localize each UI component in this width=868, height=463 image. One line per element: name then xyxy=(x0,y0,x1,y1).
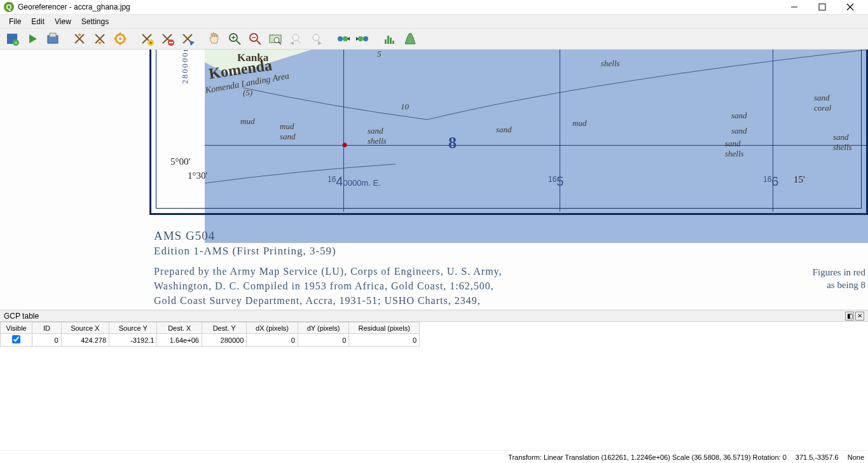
gcp-table-area[interactable]: Visible ID Source X Source Y Dest. X Des… xyxy=(0,322,868,446)
col-srcy[interactable]: Source Y xyxy=(109,322,157,334)
svg-point-36 xyxy=(313,34,319,41)
svg-point-39 xyxy=(338,36,343,41)
status-transform: Transform: Linear Translation (162261, 1… xyxy=(508,453,787,461)
zoom-next-button[interactable] xyxy=(307,29,326,48)
svg-rect-47 xyxy=(390,38,392,44)
col-dx[interactable]: dX (pixels) xyxy=(247,322,298,334)
close-button[interactable] xyxy=(836,0,864,14)
cell-destx[interactable]: 1.64e+06 xyxy=(157,334,202,347)
cell-dx[interactable]: 0 xyxy=(247,334,298,347)
svg-rect-9 xyxy=(50,33,56,37)
axis-166: 166 xyxy=(763,174,778,189)
label-mud-sand: mud sand xyxy=(280,121,296,142)
label-sand-shells3: sand shells xyxy=(833,132,852,153)
svg-line-24 xyxy=(237,41,240,45)
label-sand-shells2: sand shells xyxy=(725,139,744,159)
map-canvas[interactable]: Kanka Komenda Komenda Landing Area (5) m… xyxy=(0,50,868,310)
panel-close-button[interactable]: ✕ xyxy=(855,312,864,321)
svg-marker-11 xyxy=(98,42,102,45)
pan-button[interactable] xyxy=(205,29,224,48)
svg-text:+: + xyxy=(15,40,18,46)
menu-file[interactable]: File xyxy=(4,15,26,28)
visible-checkbox[interactable] xyxy=(12,335,20,343)
zoom-out-button[interactable] xyxy=(245,29,265,48)
table-row[interactable]: 0 424.278 -3192.1 1.64e+06 280000 0 0 0 xyxy=(1,334,420,347)
col-srcx[interactable]: Source X xyxy=(61,322,109,334)
link-qgis-to-georef-button[interactable] xyxy=(354,29,373,48)
svg-text:+: + xyxy=(149,40,153,46)
menu-view[interactable]: View xyxy=(50,15,76,28)
open-raster-button[interactable]: + xyxy=(3,29,22,48)
cell-res[interactable]: 0 xyxy=(349,334,420,347)
svg-point-40 xyxy=(343,36,348,41)
generate-script-button[interactable] xyxy=(43,29,62,48)
panel-float-button[interactable]: ◧ xyxy=(845,312,854,321)
save-gcp-button[interactable] xyxy=(90,29,109,48)
cell-id[interactable]: 0 xyxy=(32,334,61,347)
transformation-settings-button[interactable] xyxy=(111,29,130,48)
status-coord: 371.5,-3357.6 xyxy=(796,453,839,461)
zoom-to-layer-button[interactable] xyxy=(266,29,285,48)
maximize-button[interactable] xyxy=(808,0,836,14)
add-point-button[interactable]: + xyxy=(137,29,156,48)
svg-marker-38 xyxy=(318,41,322,45)
status-none: None xyxy=(848,453,864,461)
svg-point-33 xyxy=(293,34,299,41)
svg-point-43 xyxy=(363,36,368,41)
col-dy[interactable]: dY (pixels) xyxy=(298,322,348,334)
svg-line-2 xyxy=(847,4,853,10)
label-sand-shells: sand shells xyxy=(368,126,387,146)
cell-srcy[interactable]: -3192.1 xyxy=(109,334,157,347)
label-five: (5) xyxy=(243,88,252,98)
label-sand3: sand xyxy=(731,126,747,136)
svg-point-42 xyxy=(358,36,363,41)
svg-marker-44 xyxy=(356,37,359,41)
svg-rect-45 xyxy=(385,39,387,44)
cell-srcx[interactable]: 424.278 xyxy=(61,334,109,347)
axis-lat-5: 5°00' xyxy=(170,156,190,167)
qgis-icon: Q xyxy=(4,2,14,12)
delete-point-button[interactable] xyxy=(158,29,177,48)
cell-visible[interactable] xyxy=(1,334,32,347)
full-histogram-button[interactable] xyxy=(380,29,399,48)
menu-edit[interactable]: Edit xyxy=(26,15,50,28)
label-depth5: 5 xyxy=(377,50,382,59)
col-visible[interactable]: Visible xyxy=(1,322,32,334)
start-georef-button[interactable] xyxy=(23,29,42,48)
zoom-last-button[interactable] xyxy=(286,29,305,48)
svg-rect-1 xyxy=(819,4,825,10)
col-desty[interactable]: Dest. Y xyxy=(202,322,246,334)
svg-point-31 xyxy=(274,38,279,43)
svg-marker-7 xyxy=(29,34,37,43)
svg-line-34 xyxy=(298,40,300,43)
label-shells: shells xyxy=(601,59,620,69)
svg-rect-46 xyxy=(387,36,389,44)
menu-settings[interactable]: Settings xyxy=(76,15,114,28)
move-point-button[interactable] xyxy=(178,29,197,48)
edition-line: Edition 1-AMS (First Printing, 3-59) xyxy=(154,245,336,258)
load-gcp-button[interactable] xyxy=(70,29,89,48)
sheet-id: AMS G504 xyxy=(154,229,215,243)
zoom-in-button[interactable] xyxy=(225,29,244,48)
label-mud: mud xyxy=(240,116,254,127)
menubar: File Edit View Settings xyxy=(0,14,868,28)
svg-point-13 xyxy=(119,38,121,40)
credit-line-3: Gold Coast Survey Department, Accra, 193… xyxy=(154,295,481,307)
toolbar: + + xyxy=(0,28,868,50)
label-sand-coral: sand coral xyxy=(814,93,831,113)
axis-lon-130: 1°30' xyxy=(188,170,207,181)
titlebar: Q Georeferencer - accra_ghana.jpg xyxy=(0,0,868,14)
cell-dy[interactable]: 0 xyxy=(298,334,348,347)
gcp-header-row: Visible ID Source X Source Y Dest. X Des… xyxy=(1,322,420,334)
gcp-table: Visible ID Source X Source Y Dest. X Des… xyxy=(0,322,420,347)
link-georef-to-qgis-button[interactable] xyxy=(333,29,352,48)
col-residual[interactable]: Residual (pixels) xyxy=(349,322,420,334)
minimize-button[interactable] xyxy=(780,0,808,14)
local-histogram-button[interactable] xyxy=(401,29,420,48)
col-destx[interactable]: Dest. X xyxy=(157,322,202,334)
svg-rect-48 xyxy=(392,41,394,44)
col-id[interactable]: ID xyxy=(32,322,61,334)
label-depth10: 10 xyxy=(401,102,409,112)
axis-164e: 1640000m. E. xyxy=(327,174,381,189)
cell-desty[interactable]: 280000 xyxy=(202,334,246,347)
